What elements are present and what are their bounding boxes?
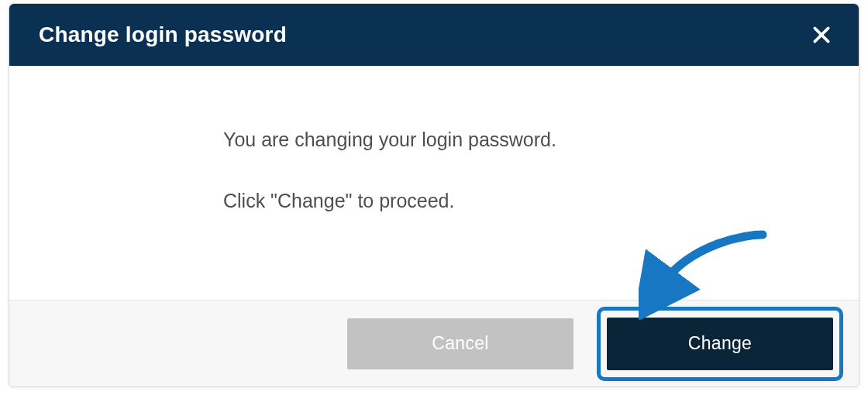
change-password-dialog: Change login password You are changing y… (9, 3, 859, 387)
cancel-button[interactable]: Cancel (347, 318, 574, 369)
close-icon (811, 25, 832, 45)
dialog-body: You are changing your login password. Cl… (9, 66, 859, 300)
change-button[interactable]: Change (607, 318, 833, 370)
dialog-header: Change login password (9, 4, 859, 66)
close-button[interactable] (806, 19, 837, 50)
dialog-footer: Cancel Change (9, 300, 859, 386)
change-button-highlight: Change (597, 307, 843, 381)
dialog-title: Change login password (39, 22, 287, 47)
body-text-line1: You are changing your login password. (223, 126, 859, 153)
body-text-line2: Click "Change" to proceed. (223, 187, 859, 215)
